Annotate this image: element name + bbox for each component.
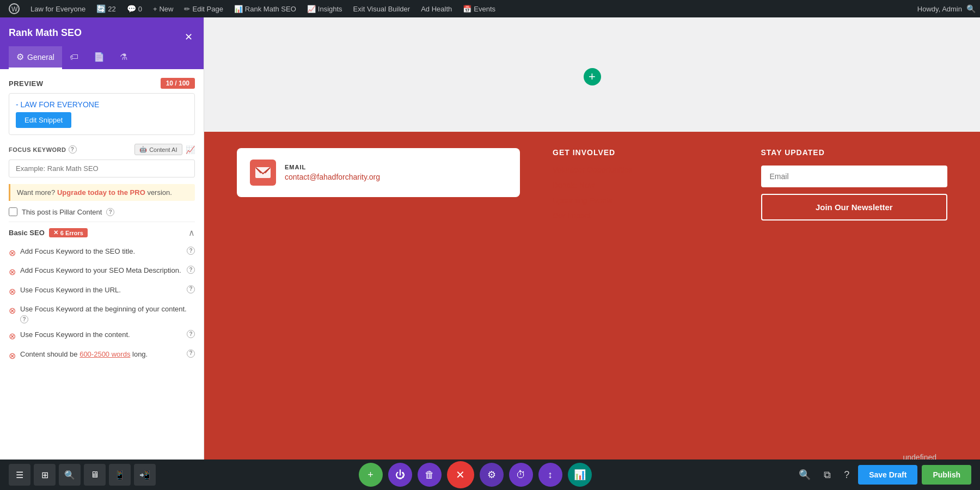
check1-help-icon[interactable]: ?: [187, 247, 195, 255]
rm-tab-schema[interactable]: 📄: [86, 46, 112, 69]
email-card-label: EMAIL: [285, 164, 380, 170]
bottom-toolbar: ☰ ⊞ 🔍 🖥 📱 📲 + ⏻ 🗑 ✕ ⚙ ⏱ ↕ 📊 🔍 ⧉ ? Save D…: [0, 460, 980, 490]
bottom-toolbar-left: ☰ ⊞ 🔍 🖥 📱 📲: [9, 464, 156, 486]
svg-text:W: W: [11, 5, 18, 13]
admin-bar-new[interactable]: + New: [149, 0, 178, 17]
check5-help-icon[interactable]: ?: [187, 330, 195, 338]
rm-word-count-link[interactable]: 600-2500 words: [79, 350, 130, 358]
footer-link-volunteer[interactable]: Volunteer Opportunities: [553, 166, 739, 174]
admin-bar-events[interactable]: 📅 Events: [458, 0, 500, 17]
admin-bar-comments[interactable]: 💬 0: [122, 0, 146, 17]
publish-button[interactable]: Publish: [922, 465, 971, 485]
admin-bar-site-name[interactable]: Law for Everyone: [26, 0, 90, 17]
footer-get-involved: GET INVOLVED Volunteer Opportunities Don…: [553, 148, 739, 474]
toolbar-mobile-button[interactable]: 📲: [134, 464, 156, 486]
error-icon-2: ⊗: [9, 266, 16, 278]
rm-basic-seo-header[interactable]: Basic SEO ✕ 6 Errors ∧: [9, 222, 195, 243]
rm-pillar-content-checkbox[interactable]: [9, 207, 17, 216]
error-icon-1: ⊗: [9, 247, 16, 259]
admin-bar-ad-health[interactable]: Ad Health: [416, 0, 456, 17]
tag-icon: 🏷: [70, 52, 78, 62]
rm-pillar-row: This post is Pillar Content ?: [9, 207, 195, 216]
rm-title: Rank Math SEO: [9, 27, 82, 46]
toolbar-analytics-button[interactable]: 📊: [568, 463, 592, 487]
rm-tab-social[interactable]: 🏷: [62, 46, 86, 69]
rm-collapse-button[interactable]: ∧: [188, 228, 195, 238]
pillar-content-help-icon[interactable]: ?: [106, 208, 114, 216]
toolbar-hamburger-button[interactable]: ☰: [9, 464, 30, 486]
admin-bar-exit-visual-builder[interactable]: Exit Visual Builder: [349, 0, 415, 17]
admin-bar-updates[interactable]: 🔄 22: [92, 0, 120, 17]
toolbar-tablet-button[interactable]: 📱: [109, 464, 131, 486]
toolbar-delete-button[interactable]: 🗑: [418, 463, 442, 487]
rm-focus-keyword-label: FOCUS KEYWORD ? 🤖 Content AI 📈: [9, 144, 195, 155]
add-block-button[interactable]: +: [584, 68, 601, 85]
toolbar-history-button[interactable]: ⏱: [509, 463, 533, 487]
rm-tab-advanced[interactable]: ⚗: [112, 46, 135, 69]
check6-help-icon[interactable]: ?: [187, 350, 195, 358]
rm-tab-general[interactable]: ⚙ General: [9, 46, 62, 69]
save-draft-button[interactable]: Save Draft: [858, 465, 917, 485]
check2-help-icon[interactable]: ?: [187, 266, 195, 274]
rm-score-badge: 10 / 100: [161, 78, 195, 89]
toolbar-reorder-button[interactable]: ↕: [538, 463, 562, 487]
admin-search-icon[interactable]: 🔍: [966, 4, 976, 13]
get-involved-title: GET INVOLVED: [553, 148, 739, 157]
focus-keyword-help-icon[interactable]: ?: [69, 145, 77, 154]
toolbar-zoom-button[interactable]: 🔍: [794, 467, 815, 483]
toolbar-desktop-button[interactable]: 🖥: [84, 464, 106, 486]
admin-bar-rank-math[interactable]: 📊 Rank Math SEO: [230, 0, 301, 17]
email-icon-box: [250, 160, 276, 186]
rm-check-item-6: ⊗ Content should be 600-2500 words long.…: [9, 346, 195, 365]
gear-icon: ⚙: [16, 52, 24, 62]
footer-link-impact[interactable]: Our Impact: [553, 211, 739, 220]
footer-link-donate[interactable]: Donate Now: [553, 181, 739, 189]
rm-preview-label: Preview: [9, 79, 43, 88]
admin-bar-wp-logo[interactable]: W: [4, 0, 24, 17]
rm-tabs: ⚙ General 🏷 📄 ⚗: [0, 46, 204, 69]
email-newsletter-input[interactable]: [761, 166, 948, 187]
admin-bar-edit-page[interactable]: ✏ Edit Page: [180, 0, 227, 17]
toolbar-help-button[interactable]: ?: [840, 467, 854, 483]
toolbar-grid-button[interactable]: ⊞: [34, 464, 56, 486]
rank-math-panel: Rank Math SEO ✕ ⚙ General 🏷 📄 ⚗ Preview …: [0, 17, 204, 490]
page-area: +: [204, 17, 980, 490]
toolbar-search-button[interactable]: 🔍: [59, 464, 81, 486]
toolbar-power-button[interactable]: ⏻: [388, 463, 412, 487]
bottom-toolbar-center: + ⏻ 🗑 ✕ ⚙ ⏱ ↕ 📊: [359, 461, 592, 488]
rm-check-item-4: ⊗ Use Focus Keyword at the beginning of …: [9, 301, 195, 327]
stay-updated-title: STAY UPDATED: [761, 148, 948, 157]
join-newsletter-button[interactable]: Join Our Newsletter: [761, 194, 948, 220]
filter-icon: ⚗: [120, 52, 127, 62]
toolbar-layers-button[interactable]: ⧉: [819, 467, 835, 483]
rm-check-item-2: ⊗ Add Focus Keyword to your SEO Meta Des…: [9, 262, 195, 281]
rm-edit-snippet-button[interactable]: Edit Snippet: [16, 112, 71, 128]
rm-check-item-5: ⊗ Use Focus Keyword in the content. ?: [9, 327, 195, 346]
error-icon-6: ⊗: [9, 350, 16, 362]
rm-preview-header: Preview 10 / 100: [9, 78, 195, 89]
rm-preview-content: - LAW FOR EVERYONE Edit Snippet: [9, 93, 195, 135]
rm-check-item-3: ⊗ Use Focus Keyword in the URL. ?: [9, 282, 195, 301]
admin-bar-insights[interactable]: 📈 Insights: [303, 0, 347, 17]
rm-check-list: ⊗ Add Focus Keyword to the SEO title. ? …: [9, 243, 195, 365]
bottom-toolbar-right: 🔍 ⧉ ? Save Draft Publish: [794, 465, 971, 485]
rm-focus-keyword-input[interactable]: [9, 160, 195, 177]
admin-bar: W Law for Everyone 🔄 22 💬 0 + New ✏ Edit…: [0, 0, 980, 17]
rm-body: Preview 10 / 100 - LAW FOR EVERYONE Edit…: [0, 69, 204, 490]
rm-close-button[interactable]: ✕: [182, 32, 195, 42]
footer-link-events[interactable]: Upcoming Events: [553, 196, 739, 205]
check3-help-icon[interactable]: ?: [187, 285, 195, 293]
error-icon-3: ⊗: [9, 286, 16, 298]
toolbar-close-button[interactable]: ✕: [447, 461, 474, 488]
footer-stay-updated: STAY UPDATED Join Our Newsletter: [761, 148, 948, 474]
rm-content-ai-button[interactable]: 🤖 Content AI: [134, 144, 182, 155]
toolbar-settings-button[interactable]: ⚙: [480, 463, 504, 487]
toolbar-add-button[interactable]: +: [359, 463, 383, 487]
admin-bar-right: Howdy, Admin 🔍: [917, 4, 976, 13]
rm-check-item-1: ⊗ Add Focus Keyword to the SEO title. ?: [9, 243, 195, 262]
page-red-section: EMAIL contact@fahadforcharity.org GET IN…: [204, 132, 980, 490]
chart-icon[interactable]: 📈: [186, 145, 195, 154]
rm-upgrade-notice: Want more? Upgrade today to the PRO vers…: [9, 184, 195, 201]
check4-help-icon[interactable]: ?: [20, 315, 28, 323]
rm-upgrade-link[interactable]: Upgrade today to the PRO: [57, 188, 145, 197]
